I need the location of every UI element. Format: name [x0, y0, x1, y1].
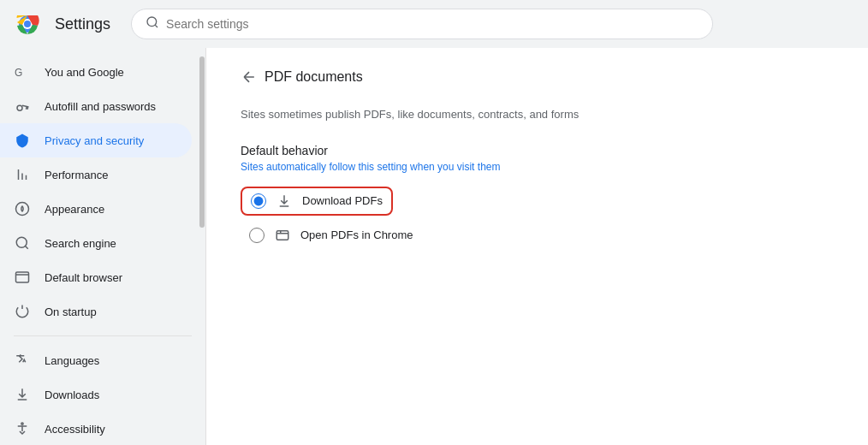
download-icon — [14, 386, 31, 403]
shield-icon — [14, 132, 31, 149]
sidebar-item-privacy[interactable]: Privacy and security — [0, 123, 192, 157]
header: Settings — [0, 0, 868, 48]
languages-icon — [14, 352, 31, 369]
sidebar-label: Performance — [45, 169, 108, 181]
sidebar-label: Search engine — [45, 237, 116, 250]
key-icon — [14, 98, 31, 115]
svg-point-7 — [16, 237, 27, 247]
power-icon — [14, 303, 31, 320]
appearance-icon — [14, 200, 31, 217]
svg-rect-8 — [16, 272, 29, 282]
sidebar-item-default-browser[interactable]: Default browser — [0, 260, 192, 294]
sidebar-item-on-startup[interactable]: On startup — [0, 294, 192, 329]
sidebar-item-search-engine[interactable]: Search engine — [0, 226, 192, 260]
sidebar-label: Accessibility — [45, 423, 105, 436]
page-title: PDF documents — [265, 69, 363, 85]
sidebar-item-performance[interactable]: Performance — [0, 157, 192, 192]
download-option-icon — [276, 193, 292, 209]
option-open-pdfs-chrome[interactable]: Open PDFs in Chrome — [241, 222, 834, 248]
content-inner: PDF documents Sites sometimes publish PD… — [206, 48, 868, 272]
content-area: PDF documents Sites sometimes publish PD… — [205, 48, 868, 445]
sidebar-item-autofill[interactable]: Autofill and passwords — [0, 89, 192, 123]
search-icon — [146, 15, 159, 33]
open-chrome-label: Open PDFs in Chrome — [300, 228, 413, 241]
sidebar-divider — [14, 335, 192, 336]
svg-point-3 — [147, 17, 157, 27]
search-bar[interactable] — [131, 9, 713, 39]
sidebar-label: Autofill and passwords — [45, 100, 156, 113]
search-engine-icon — [14, 234, 31, 252]
chrome-logo-icon — [14, 10, 41, 38]
app-title: Settings — [55, 15, 110, 33]
default-behavior-section: Default behavior Sites automatically fol… — [241, 144, 834, 248]
accessibility-icon — [14, 420, 31, 437]
performance-icon — [14, 166, 31, 183]
open-chrome-option-icon — [275, 228, 290, 243]
download-pdfs-radio[interactable] — [251, 193, 266, 209]
section-subtitle: Sites automatically follow this setting … — [241, 161, 834, 173]
sidebar-label: On startup — [45, 306, 97, 318]
sidebar-item-you-and-google[interactable]: G You and Google — [0, 55, 192, 89]
sidebar-item-accessibility[interactable]: Accessibility — [0, 412, 192, 445]
sidebar-label: You and Google — [45, 66, 124, 79]
section-title: Default behavior — [241, 144, 834, 157]
search-input[interactable] — [166, 17, 699, 31]
sidebar-label: Privacy and security — [45, 134, 144, 147]
svg-rect-10 — [276, 230, 288, 240]
browser-icon — [14, 269, 31, 286]
download-pdfs-label: Download PDFs — [302, 194, 383, 207]
sidebar-item-appearance[interactable]: Appearance — [0, 192, 192, 226]
back-button[interactable] — [241, 68, 258, 86]
svg-text:G: G — [15, 67, 22, 79]
svg-point-2 — [24, 21, 31, 27]
sidebar-label: Languages — [45, 354, 99, 367]
sidebar-label: Default browser — [45, 271, 122, 284]
sidebar-scroll-thumb[interactable] — [199, 56, 205, 228]
sidebar: G You and Google Autofill and passwords … — [0, 48, 205, 445]
option-download-pdfs[interactable]: Download PDFs — [241, 187, 393, 216]
sidebar-item-downloads[interactable]: Downloads — [0, 377, 192, 412]
svg-point-5 — [17, 105, 22, 110]
google-icon: G — [14, 63, 31, 80]
sidebar-label: Appearance — [45, 203, 104, 216]
open-chrome-radio[interactable] — [249, 228, 265, 243]
svg-point-6 — [16, 203, 29, 216]
main-layout: G You and Google Autofill and passwords … — [0, 48, 868, 445]
breadcrumb: PDF documents — [241, 68, 834, 86]
sidebar-item-languages[interactable]: Languages — [0, 343, 192, 377]
svg-point-9 — [21, 423, 23, 424]
description-text: Sites sometimes publish PDFs, like docum… — [241, 106, 834, 123]
sidebar-label: Downloads — [45, 389, 99, 401]
sidebar-scrollbar[interactable] — [199, 48, 205, 445]
